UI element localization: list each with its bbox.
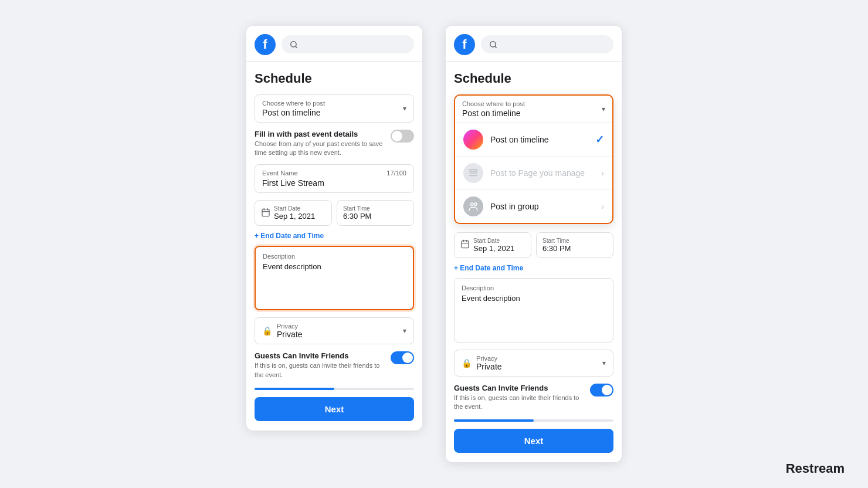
restream-brand-logo: Restream bbox=[786, 461, 845, 476]
left-where-label: Choose where to post bbox=[262, 100, 406, 107]
right-guests-desc: If this is on, guests can invite their f… bbox=[454, 394, 585, 412]
right-lock-icon: 🔒 bbox=[462, 358, 472, 368]
left-where-value: Post on timeline bbox=[262, 108, 406, 117]
left-description-field[interactable]: Description Event description bbox=[255, 246, 414, 310]
left-next-button[interactable]: Next bbox=[255, 397, 414, 421]
left-fb-logo: f bbox=[255, 34, 276, 55]
right-option-timeline-icon bbox=[463, 130, 483, 150]
right-calendar-icon bbox=[460, 239, 470, 250]
left-privacy-arrow-icon: ▾ bbox=[403, 327, 406, 335]
left-desc-value: Event description bbox=[263, 262, 406, 271]
right-end-date-link[interactable]: + End Date and Time bbox=[454, 264, 613, 272]
left-event-name-count: 17/100 bbox=[386, 170, 406, 177]
right-privacy-value: Private bbox=[476, 362, 502, 371]
right-search-bar[interactable]: Search Facebook bbox=[481, 35, 613, 53]
left-start-time-value: 6:30 PM bbox=[343, 212, 408, 221]
left-date-texts: Start Date Sep 1, 2021 bbox=[274, 205, 315, 221]
right-option-group-label: Post in group bbox=[490, 202, 539, 211]
right-phone-card: f Search Facebook Schedule Choose where … bbox=[446, 26, 622, 463]
right-option-page-label: Post to Page you manage bbox=[490, 168, 585, 178]
right-fb-logo: f bbox=[454, 34, 475, 55]
left-start-time-label: Start Time bbox=[343, 205, 408, 212]
right-date-time-row: Start Date Sep 1, 2021 Start Time 6:30 P… bbox=[454, 232, 613, 258]
right-fb-header: f Search Facebook bbox=[446, 26, 622, 62]
left-search-input[interactable]: Search Facebook bbox=[301, 40, 406, 49]
left-event-name-value: First Live Stream bbox=[262, 178, 406, 188]
left-guests-title: Guests Can Invite Friends bbox=[255, 351, 386, 360]
left-fill-past-row: Fill in with past event details Choose f… bbox=[255, 130, 414, 158]
left-fill-toggle[interactable] bbox=[391, 130, 414, 143]
right-desc-label: Description bbox=[462, 284, 606, 292]
left-progress-bar-fill bbox=[255, 388, 334, 390]
right-start-time-label: Start Time bbox=[542, 238, 607, 244]
right-where-label: Choose where to post bbox=[462, 100, 605, 107]
left-desc-label: Description bbox=[263, 253, 406, 260]
svg-rect-10 bbox=[462, 241, 469, 248]
right-option-group-chevron-icon: › bbox=[601, 202, 604, 211]
right-description-field[interactable]: Description Event description bbox=[454, 278, 613, 343]
right-start-date-label: Start Date bbox=[473, 238, 514, 244]
search-icon bbox=[290, 40, 298, 49]
svg-rect-2 bbox=[262, 209, 269, 216]
right-option-page-chevron-icon: › bbox=[601, 168, 604, 178]
right-next-button[interactable]: Next bbox=[454, 429, 613, 453]
left-end-date-link[interactable]: + End Date and Time bbox=[255, 232, 414, 240]
left-start-date-value: Sep 1, 2021 bbox=[274, 212, 315, 221]
right-option-group-icon bbox=[463, 196, 483, 216]
left-search-bar[interactable]: Search Facebook bbox=[282, 35, 414, 53]
left-event-name-label-row: Event Name 17/100 bbox=[262, 170, 406, 177]
right-option-timeline-label: Post on timeline bbox=[490, 135, 549, 144]
left-privacy-value: Private bbox=[277, 330, 303, 339]
right-guests-row: Guests Can Invite Friends If this is on,… bbox=[454, 384, 613, 412]
right-option-post-in-group[interactable]: Post in group › bbox=[455, 190, 612, 223]
right-date-texts: Start Date Sep 1, 2021 bbox=[473, 238, 514, 253]
right-option-page-icon bbox=[463, 163, 483, 183]
right-search-input[interactable]: Search Facebook bbox=[501, 40, 605, 49]
right-guests-toggle[interactable] bbox=[590, 384, 613, 396]
left-card-body: Schedule Choose where to post Post on ti… bbox=[246, 62, 422, 431]
right-search-icon bbox=[489, 40, 497, 49]
left-privacy-label: Privacy bbox=[277, 323, 303, 330]
right-guests-title: Guests Can Invite Friends bbox=[454, 384, 585, 392]
left-calendar-icon bbox=[261, 208, 270, 219]
left-lock-icon: 🔒 bbox=[262, 326, 272, 336]
right-progress-bar-fill bbox=[454, 419, 534, 422]
right-option-post-to-page[interactable]: Post to Page you manage › bbox=[455, 157, 612, 190]
right-privacy-label: Privacy bbox=[476, 355, 502, 362]
left-privacy-field[interactable]: 🔒 Privacy Private ▾ bbox=[255, 317, 414, 344]
left-privacy-texts: Privacy Private bbox=[277, 323, 303, 339]
left-start-time-field[interactable]: Start Time 6:30 PM bbox=[337, 200, 414, 226]
left-guests-desc: If this is on, guests can invite their f… bbox=[255, 361, 386, 379]
svg-line-7 bbox=[495, 46, 497, 48]
right-progress-bar-wrap bbox=[454, 419, 613, 422]
right-option-post-on-timeline[interactable]: Post on timeline ✓ bbox=[455, 123, 612, 157]
left-schedule-title: Schedule bbox=[255, 71, 414, 86]
right-where-value: Post on timeline bbox=[462, 109, 605, 118]
left-fb-header: f Search Facebook bbox=[246, 26, 422, 62]
right-schedule-title: Schedule bbox=[454, 71, 613, 86]
right-where-to-post-dropdown-open[interactable]: Choose where to post Post on timeline ▾ … bbox=[454, 94, 613, 224]
left-start-date-field[interactable]: Start Date Sep 1, 2021 bbox=[255, 200, 332, 226]
right-start-time-field[interactable]: Start Time 6:30 PM bbox=[536, 232, 613, 258]
left-fill-desc: Choose from any of your past events to s… bbox=[255, 140, 386, 158]
left-guests-text: Guests Can Invite Friends If this is on,… bbox=[255, 351, 386, 379]
svg-line-1 bbox=[296, 46, 297, 48]
right-privacy-field[interactable]: 🔒 Privacy Private ▾ bbox=[454, 350, 613, 377]
left-date-time-row: Start Date Sep 1, 2021 Start Time 6:30 P… bbox=[255, 200, 414, 226]
right-dropdown-header[interactable]: Choose where to post Post on timeline ▾ bbox=[455, 96, 612, 123]
left-time-texts: Start Time 6:30 PM bbox=[343, 205, 408, 221]
right-privacy-texts: Privacy Private bbox=[476, 355, 502, 371]
left-phone-card: f Search Facebook Schedule Choose where … bbox=[246, 26, 422, 431]
right-card-body: Schedule Choose where to post Post on ti… bbox=[446, 62, 622, 463]
left-progress-bar-wrap bbox=[255, 388, 414, 390]
right-dropdown-arrow-icon: ▾ bbox=[602, 105, 605, 113]
svg-point-8 bbox=[471, 203, 474, 206]
right-time-texts: Start Time 6:30 PM bbox=[542, 238, 607, 253]
left-guests-toggle[interactable] bbox=[391, 351, 414, 364]
left-event-name-field[interactable]: Event Name 17/100 First Live Stream bbox=[255, 164, 414, 193]
right-start-date-field[interactable]: Start Date Sep 1, 2021 bbox=[454, 232, 531, 258]
right-guests-text: Guests Can Invite Friends If this is on,… bbox=[454, 384, 585, 412]
left-where-to-post-dropdown[interactable]: Choose where to post Post on timeline ▾ bbox=[255, 94, 414, 123]
right-start-time-value: 6:30 PM bbox=[542, 244, 607, 253]
left-fill-title: Fill in with past event details bbox=[255, 130, 386, 138]
